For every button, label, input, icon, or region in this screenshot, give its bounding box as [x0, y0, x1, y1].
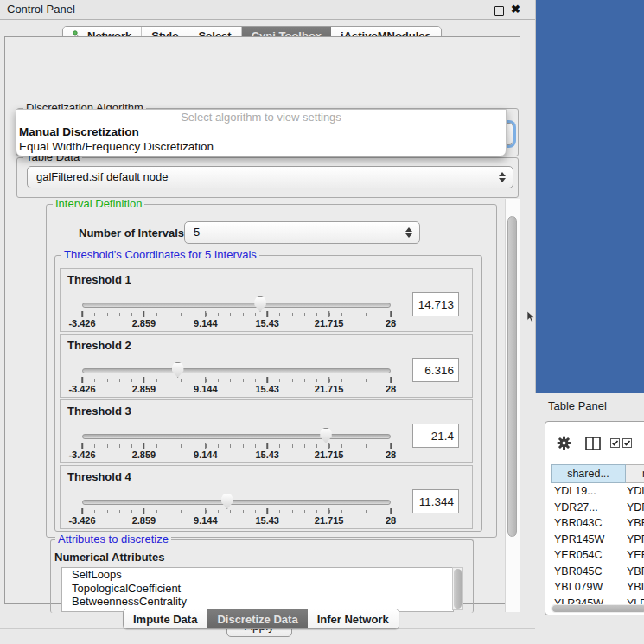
- slider-tick-label: 15.43: [255, 515, 279, 526]
- slider-tick-label: 9.144: [194, 515, 218, 526]
- close-icon[interactable]: ✖: [511, 3, 520, 16]
- attribute-list-item[interactable]: BetweennessCentrality: [62, 595, 453, 609]
- slider-tick-label: 28: [386, 384, 396, 394]
- slider-thumb-icon[interactable]: [171, 362, 185, 378]
- tab-infer-network[interactable]: Infer Network: [308, 609, 399, 628]
- column-header-name[interactable]: na: [626, 464, 644, 483]
- table-row[interactable]: YPR145WYPR1: [551, 532, 644, 548]
- scrollbar-thumb[interactable]: [552, 605, 644, 612]
- algorithm-option-manual[interactable]: Manual Discretization: [16, 124, 506, 139]
- slider-tick-label: 28: [386, 450, 396, 460]
- threshold-panel: Threshold 1-3.4262.8599.14415.4321.71528…: [60, 268, 473, 332]
- table-row[interactable]: YLR345WYLR3: [551, 596, 644, 605]
- threshold-value-field[interactable]: 14.713: [412, 292, 459, 316]
- slider-tick-label: 15.43: [255, 318, 279, 328]
- threshold-value-field[interactable]: 21.4: [412, 424, 459, 448]
- table-data-group: Table Data galFiltered.sif default node: [16, 157, 519, 198]
- number-of-intervals-combobox[interactable]: 5: [184, 221, 420, 244]
- table-row[interactable]: YER054CYER0: [551, 547, 644, 564]
- slider-tick-label: 9.144: [194, 318, 218, 328]
- slider-tick-label: -3.426: [68, 515, 95, 526]
- tab-discretize-data[interactable]: Discretize Data: [207, 609, 307, 628]
- table-row[interactable]: YBL079WYBL0: [551, 579, 644, 596]
- control-panel-title: Control Panel: [7, 3, 75, 16]
- slider-tick-label: 15.43: [255, 384, 279, 394]
- table-row[interactable]: YDR27...YDR2: [551, 500, 644, 516]
- slider-thumb-icon[interactable]: [319, 428, 333, 443]
- slider-tick-label: 21.715: [315, 515, 344, 526]
- slider-tick-label: 21.715: [315, 318, 344, 328]
- threshold-slider[interactable]: -3.4262.8599.14415.4321.71528: [82, 335, 391, 397]
- tab-impute-data[interactable]: Impute Data: [124, 609, 207, 628]
- table-row[interactable]: YBR043CYBR0: [551, 515, 644, 532]
- attribute-list-item[interactable]: TopologicalCoefficient: [62, 582, 453, 596]
- checkbox-checked-icon: [622, 438, 632, 448]
- slider-tick-label: 2.859: [132, 318, 156, 328]
- number-of-intervals-value: 5: [194, 226, 200, 239]
- threshold-slider[interactable]: -3.4262.8599.14415.4321.71528: [82, 269, 391, 331]
- checkbox-checked-icon: [610, 438, 620, 448]
- slider-tick-label: -3.426: [68, 318, 95, 328]
- numerical-attributes-label: Numerical Attributes: [54, 551, 164, 564]
- attributes-group-title: Attributes to discretize: [55, 533, 171, 545]
- scrollbar-thumb[interactable]: [507, 216, 517, 537]
- slider-tick-label: 28: [386, 515, 396, 526]
- threshold-coordinates-title: Threshold's Coordinates for 5 Intervals: [61, 249, 259, 261]
- threshold-panel: Threshold 4-3.4262.8599.14415.4321.71528…: [60, 465, 473, 529]
- threshold-panel: Threshold 3-3.4262.8599.14415.4321.71528…: [60, 399, 473, 463]
- column-selector-icon[interactable]: [585, 437, 601, 450]
- slider-tick-label: 28: [386, 318, 396, 328]
- cyni-toolbox-panel: Discretization Algorithm Table Data galF…: [4, 36, 520, 604]
- slider-thumb-icon[interactable]: [220, 494, 234, 509]
- slider-tick-label: 9.144: [194, 384, 218, 394]
- gear-icon[interactable]: [557, 436, 571, 450]
- table-row[interactable]: YBR045CYBR0: [551, 564, 644, 580]
- algorithm-dropdown-popup: Select algorithm to view settings Manual…: [16, 109, 507, 156]
- checkbox-icons[interactable]: [610, 438, 632, 448]
- node-table: shared... na YDL19...YDL1YDR27...YDR2YBR…: [545, 421, 644, 615]
- slider-tick-label: 9.144: [194, 450, 218, 460]
- combobox-stepper-icon: [499, 171, 507, 183]
- threshold-slider[interactable]: -3.4262.8599.14415.4321.71528: [82, 466, 391, 528]
- threshold-slider[interactable]: -3.4262.8599.14415.4321.71528: [82, 400, 391, 462]
- table-data-combobox-value: galFiltered.sif default node: [36, 170, 168, 183]
- float-window-icon[interactable]: [494, 6, 504, 16]
- table-panel: Table Panel: [535, 393, 644, 644]
- network-desktop-background: GAL80GALCGAL11GAL4GCY1HHAP2: [535, 0, 644, 393]
- table-row[interactable]: YDL19...YDL1: [551, 483, 644, 500]
- slider-tick-label: 2.859: [132, 450, 156, 460]
- table-rows: YDL19...YDL1YDR27...YDR2YBR043CYBR0YPR14…: [551, 483, 644, 604]
- threshold-value-field[interactable]: 11.344: [412, 489, 459, 513]
- numerical-attributes-list[interactable]: SelfLoopsTopologicalCoefficientBetweenne…: [61, 567, 454, 612]
- control-panel-titlebar: Control Panel ✖: [0, 0, 535, 20]
- threshold-list: Threshold 1-3.4262.8599.14415.4321.71528…: [60, 268, 473, 529]
- threshold-value-field[interactable]: 6.316: [412, 358, 459, 382]
- slider-tick-label: 21.715: [315, 384, 344, 394]
- application-window: Control Panel ✖ Network Style Select Cyn…: [0, 0, 644, 644]
- number-of-intervals-label: Number of Intervals: [79, 226, 184, 239]
- slider-tick-label: 21.715: [315, 450, 344, 460]
- scrollbar-thumb[interactable]: [454, 569, 462, 609]
- slider-tick-label: -3.426: [68, 450, 95, 460]
- slider-tick-label: 2.859: [132, 515, 156, 526]
- table-data-combobox[interactable]: galFiltered.sif default node: [27, 166, 513, 188]
- slider-tick-label: -3.426: [68, 384, 95, 394]
- slider-thumb-icon[interactable]: [253, 296, 267, 312]
- settings-vertical-scrollbar[interactable]: [505, 199, 520, 612]
- table-horizontal-scrollbar[interactable]: [551, 604, 644, 613]
- table-panel-title: Table Panel: [548, 399, 607, 412]
- threshold-panel: Threshold 2-3.4262.8599.14415.4321.71528…: [60, 334, 473, 398]
- interval-definition-title: Interval Definition: [53, 198, 144, 210]
- combobox-stepper-icon: [405, 226, 413, 239]
- algorithm-option-equal-width[interactable]: Equal Width/Frequency Discretization: [16, 139, 506, 154]
- attribute-list-item[interactable]: SelfLoops: [62, 568, 453, 582]
- algorithm-placeholder-option[interactable]: Select algorithm to view settings: [16, 110, 506, 124]
- slider-tick-label: 15.43: [255, 450, 279, 460]
- column-header-shared-name[interactable]: shared...: [551, 464, 626, 483]
- attributes-list-scrollbar[interactable]: [452, 567, 463, 610]
- bottom-tab-bar: Impute Data Discretize Data Infer Networ…: [123, 609, 399, 629]
- slider-tick-label: 2.859: [132, 384, 156, 394]
